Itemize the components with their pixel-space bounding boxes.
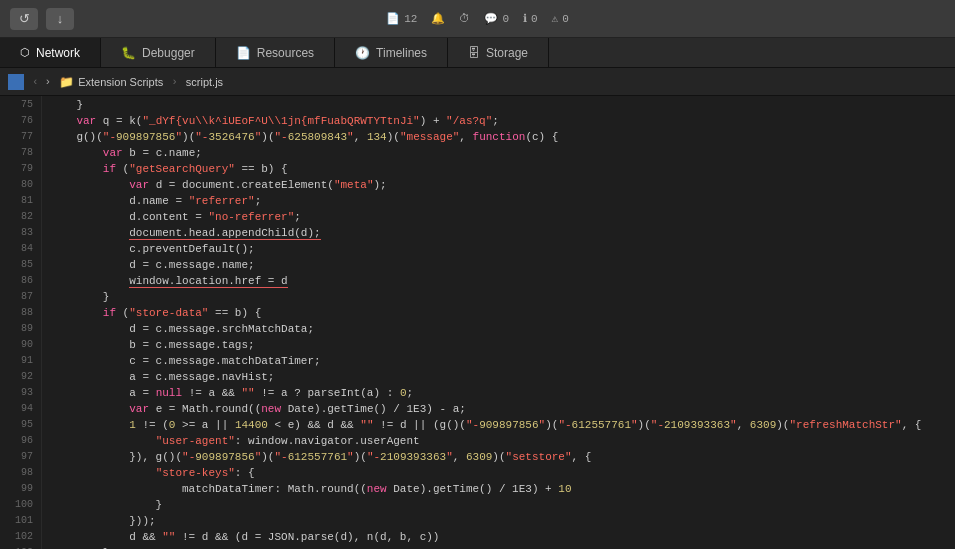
tab-debugger[interactable]: 🐛 Debugger bbox=[101, 38, 216, 67]
back-arrow[interactable]: ‹ bbox=[30, 76, 41, 88]
code-line: } bbox=[50, 545, 955, 549]
code-line: } bbox=[50, 289, 955, 305]
title-bar: ↺ ↓ 📄 12 🔔 ⏱ 💬 0 ℹ 0 ⚠ 0 bbox=[0, 0, 955, 38]
code-line: d = c.message.srchMatchData; bbox=[50, 321, 955, 337]
breadcrumb-folder-label: Extension Scripts bbox=[78, 76, 163, 88]
code-area: 7576777879808182838485868788899091929394… bbox=[0, 96, 955, 549]
warning-count-indicator: ⚠ 0 bbox=[552, 12, 569, 25]
code-line: c = c.message.matchDataTimer; bbox=[50, 353, 955, 369]
download-button[interactable]: ↓ bbox=[46, 8, 74, 30]
code-line: document.head.appendChild(d); bbox=[50, 225, 955, 241]
line-number: 83 bbox=[0, 225, 33, 241]
tab-network-label: Network bbox=[36, 46, 80, 60]
message-icon: 💬 bbox=[484, 12, 498, 25]
forward-arrow[interactable]: › bbox=[43, 76, 54, 88]
line-number: 76 bbox=[0, 113, 33, 129]
bell-icon: 🔔 bbox=[431, 12, 445, 25]
code-line: d && "" != d && (d = JSON.parse(d), n(d,… bbox=[50, 529, 955, 545]
line-number: 94 bbox=[0, 401, 33, 417]
code-line: matchDataTimer: Math.round((new Date).ge… bbox=[50, 481, 955, 497]
line-number: 81 bbox=[0, 193, 33, 209]
tab-timelines-label: Timelines bbox=[376, 46, 427, 60]
info-icon: ℹ bbox=[523, 12, 527, 25]
line-number: 95 bbox=[0, 417, 33, 433]
code-line: "user-agent": window.navigator.userAgent bbox=[50, 433, 955, 449]
code-line: if ("store-data" == b) { bbox=[50, 305, 955, 321]
line-number: 91 bbox=[0, 353, 33, 369]
code-line: } bbox=[50, 497, 955, 513]
tab-storage[interactable]: 🗄 Storage bbox=[448, 38, 549, 67]
code-line: a = null != a && "" != a ? parseInt(a) :… bbox=[50, 385, 955, 401]
breadcrumb-file-label: script.js bbox=[186, 76, 223, 88]
code-line: if ("getSearchQuery" == b) { bbox=[50, 161, 955, 177]
breadcrumb-separator: › bbox=[171, 76, 178, 88]
message-count-indicator: 💬 0 bbox=[484, 12, 509, 25]
line-number: 100 bbox=[0, 497, 33, 513]
code-line: }), g()("-909897856")("-612557761")("-21… bbox=[50, 449, 955, 465]
line-number: 90 bbox=[0, 337, 33, 353]
tab-storage-label: Storage bbox=[486, 46, 528, 60]
line-number: 88 bbox=[0, 305, 33, 321]
line-number: 80 bbox=[0, 177, 33, 193]
refresh-button[interactable]: ↺ bbox=[10, 8, 38, 30]
resource-count: 12 bbox=[404, 13, 417, 25]
breadcrumb-nav: ‹ › bbox=[30, 76, 53, 88]
code-line: var e = Math.round((new Date).getTime() … bbox=[50, 401, 955, 417]
code-line: "store-keys": { bbox=[50, 465, 955, 481]
line-number: 86 bbox=[0, 273, 33, 289]
code-line: a = c.message.navHist; bbox=[50, 369, 955, 385]
title-bar-center: 📄 12 🔔 ⏱ 💬 0 ℹ 0 ⚠ 0 bbox=[386, 12, 569, 25]
warning-count: 0 bbox=[562, 13, 569, 25]
line-number: 101 bbox=[0, 513, 33, 529]
tab-resources-label: Resources bbox=[257, 46, 314, 60]
code-line: var b = c.name; bbox=[50, 145, 955, 161]
code-line: d.name = "referrer"; bbox=[50, 193, 955, 209]
line-number: 96 bbox=[0, 433, 33, 449]
line-number: 98 bbox=[0, 465, 33, 481]
breadcrumb-file[interactable]: script.js bbox=[186, 76, 223, 88]
debugger-icon: 🐛 bbox=[121, 46, 136, 60]
message-count: 0 bbox=[502, 13, 509, 25]
line-number: 75 bbox=[0, 97, 33, 113]
resources-icon: 📄 bbox=[236, 46, 251, 60]
line-number: 85 bbox=[0, 257, 33, 273]
code-content[interactable]: } var q = k("_dYf{vu\\k^iUEoF^U\\1jn{mfF… bbox=[42, 96, 955, 549]
line-number: 89 bbox=[0, 321, 33, 337]
folder-icon: 📁 bbox=[59, 75, 74, 89]
tab-network[interactable]: ⬡ Network bbox=[0, 38, 101, 67]
line-number: 79 bbox=[0, 161, 33, 177]
nav-tabs: ⬡ Network 🐛 Debugger 📄 Resources 🕐 Timel… bbox=[0, 38, 955, 68]
info-count-indicator: ℹ 0 bbox=[523, 12, 538, 25]
code-line: window.location.href = d bbox=[50, 273, 955, 289]
timelines-icon: 🕐 bbox=[355, 46, 370, 60]
line-numbers: 7576777879808182838485868788899091929394… bbox=[0, 96, 42, 549]
line-number: 77 bbox=[0, 129, 33, 145]
code-line: })); bbox=[50, 513, 955, 529]
code-line: d = c.message.name; bbox=[50, 257, 955, 273]
storage-icon: 🗄 bbox=[468, 46, 480, 60]
code-line: d.content = "no-referrer"; bbox=[50, 209, 955, 225]
line-number: 92 bbox=[0, 369, 33, 385]
line-number: 78 bbox=[0, 145, 33, 161]
tab-timelines[interactable]: 🕐 Timelines bbox=[335, 38, 448, 67]
title-bar-left: ↺ ↓ bbox=[10, 8, 74, 30]
line-number: 82 bbox=[0, 209, 33, 225]
breadcrumb-folder[interactable]: 📁 Extension Scripts bbox=[59, 75, 163, 89]
line-number: 99 bbox=[0, 481, 33, 497]
code-line: var q = k("_dYf{vu\\k^iUEoF^U\\1jn{mfFua… bbox=[50, 113, 955, 129]
code-line: } bbox=[50, 97, 955, 113]
timer-indicator: ⏱ bbox=[459, 12, 470, 25]
notification-indicator: 🔔 bbox=[431, 12, 445, 25]
info-count: 0 bbox=[531, 13, 538, 25]
network-icon: ⬡ bbox=[20, 46, 30, 59]
breadcrumb-bar: ‹ › 📁 Extension Scripts › script.js bbox=[0, 68, 955, 96]
timer-icon: ⏱ bbox=[459, 12, 470, 25]
line-number: 93 bbox=[0, 385, 33, 401]
tab-color-indicator bbox=[8, 74, 24, 90]
line-number: 103 bbox=[0, 545, 33, 549]
document-icon: 📄 bbox=[386, 12, 400, 25]
line-number: 87 bbox=[0, 289, 33, 305]
tab-resources[interactable]: 📄 Resources bbox=[216, 38, 335, 67]
code-line: var d = document.createElement("meta"); bbox=[50, 177, 955, 193]
tab-debugger-label: Debugger bbox=[142, 46, 195, 60]
